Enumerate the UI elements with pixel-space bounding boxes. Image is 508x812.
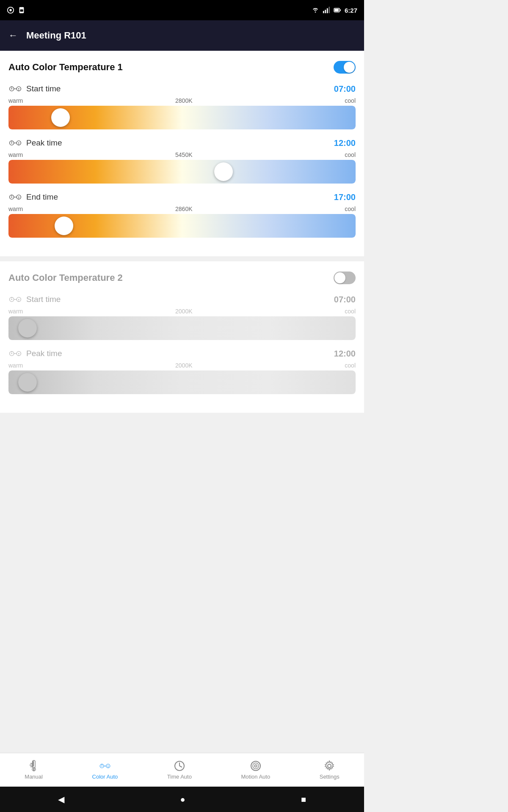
section2-start-warm: warm bbox=[8, 308, 23, 315]
section2-peak-time-row: Peak time 12:00 bbox=[8, 348, 356, 359]
start-time-value[interactable]: 07:00 bbox=[334, 84, 356, 94]
start-slider-thumb[interactable] bbox=[51, 108, 70, 127]
svg-point-34 bbox=[11, 299, 12, 300]
section-auto-color-2: Auto Color Temperature 2 Start time 07 bbox=[0, 261, 364, 413]
main-content: Auto Color Temperature 1 Start time bbox=[0, 51, 364, 812]
svg-rect-11 bbox=[340, 9, 341, 11]
section1-toggle[interactable] bbox=[334, 61, 356, 74]
start-time-row: Start time 07:00 bbox=[8, 84, 356, 94]
top-bar: ← Meeting R101 bbox=[0, 20, 364, 51]
section2-peak-track bbox=[8, 370, 356, 394]
section1-toggle-knob bbox=[344, 62, 355, 73]
section2-title: Auto Color Temperature 2 bbox=[8, 272, 123, 283]
android-home-button[interactable]: ● bbox=[180, 795, 185, 804]
start-warm-label: warm bbox=[8, 97, 23, 104]
signal-icon bbox=[323, 6, 330, 14]
section2-peak-thumb bbox=[18, 373, 37, 392]
nav-settings[interactable]: Settings bbox=[315, 757, 345, 783]
svg-point-67 bbox=[328, 764, 331, 768]
peak-time-slider[interactable] bbox=[8, 160, 356, 184]
nav-motion-auto[interactable]: Motion Auto bbox=[236, 757, 275, 783]
peak-kelvin-row: warm 5450K cool bbox=[8, 151, 356, 158]
end-time-label: End time bbox=[26, 192, 58, 202]
start-cool-label: cool bbox=[345, 97, 356, 104]
nav-color-auto-label: Color Auto bbox=[92, 774, 118, 780]
svg-point-66 bbox=[255, 765, 256, 766]
sim-card-icon bbox=[18, 6, 25, 14]
android-back-button[interactable]: ◀ bbox=[58, 794, 64, 804]
section2-peak-left: Peak time bbox=[8, 348, 62, 359]
svg-point-41 bbox=[11, 353, 12, 354]
peak-time-value[interactable]: 12:00 bbox=[334, 138, 356, 148]
settings-icon bbox=[323, 760, 335, 772]
section2-start-kelvin-row: warm 2000K cool bbox=[8, 308, 356, 315]
start-kelvin-value: 2800K bbox=[175, 97, 192, 104]
start-time-slider[interactable] bbox=[8, 106, 356, 129]
section2-peak-label: Peak time bbox=[26, 349, 62, 358]
section2-start-cool: cool bbox=[345, 308, 356, 315]
svg-point-54 bbox=[101, 765, 102, 766]
android-recent-button[interactable]: ■ bbox=[301, 795, 306, 804]
svg-point-13 bbox=[11, 88, 12, 90]
start-time-label: Start time bbox=[26, 84, 61, 93]
battery-icon bbox=[334, 6, 341, 14]
time-auto-icon bbox=[174, 760, 185, 772]
back-button[interactable]: ← bbox=[8, 30, 18, 41]
color-auto-icon bbox=[99, 760, 111, 772]
svg-line-62 bbox=[179, 766, 182, 767]
page-title: Meeting R101 bbox=[26, 30, 86, 41]
peak-slider-thumb[interactable] bbox=[214, 162, 233, 181]
nav-time-auto[interactable]: Time Auto bbox=[162, 757, 197, 783]
peak-time-label: Peak time bbox=[26, 138, 62, 148]
svg-rect-3 bbox=[20, 9, 23, 11]
section2-start-value: 07:00 bbox=[334, 295, 356, 304]
bottom-nav: Manual Color Auto Time Auto Mo bbox=[0, 753, 364, 787]
peak-time-left: Peak time bbox=[8, 138, 62, 148]
svg-point-27 bbox=[11, 197, 12, 198]
section2-start-track bbox=[8, 316, 356, 340]
section-auto-color-1: Auto Color Temperature 1 Start time bbox=[0, 51, 364, 256]
section2-start-thumb bbox=[18, 319, 37, 337]
peak-cool-label: cool bbox=[345, 151, 356, 158]
svg-point-43 bbox=[18, 353, 19, 354]
circle-dot-icon bbox=[7, 6, 14, 14]
manual-icon bbox=[28, 760, 40, 772]
nav-time-auto-label: Time Auto bbox=[167, 774, 192, 780]
end-time-icon bbox=[8, 192, 22, 202]
android-nav: ◀ ● ■ bbox=[0, 787, 364, 812]
nav-manual-label: Manual bbox=[25, 774, 43, 780]
section2-peak-slider bbox=[8, 370, 356, 394]
section2-start-slider bbox=[8, 316, 356, 340]
svg-point-36 bbox=[18, 299, 19, 300]
svg-point-20 bbox=[11, 143, 12, 144]
end-time-value[interactable]: 17:00 bbox=[334, 192, 356, 202]
svg-rect-8 bbox=[329, 7, 330, 13]
peak-warm-label: warm bbox=[8, 151, 23, 158]
svg-point-29 bbox=[18, 197, 19, 198]
end-kelvin-row: warm 2860K cool bbox=[8, 206, 356, 212]
end-slider-thumb[interactable] bbox=[55, 217, 73, 235]
end-time-row: End time 17:00 bbox=[8, 192, 356, 202]
nav-motion-auto-label: Motion Auto bbox=[241, 774, 270, 780]
section2-peak-value: 12:00 bbox=[334, 349, 356, 359]
start-time-icon bbox=[8, 84, 22, 94]
status-time: 6:27 bbox=[345, 7, 357, 14]
section2-peak-warm: warm bbox=[8, 362, 23, 369]
section2-peak-kelvin-row: warm 2000K cool bbox=[8, 362, 356, 369]
nav-manual[interactable]: Manual bbox=[19, 757, 48, 783]
svg-rect-6 bbox=[325, 10, 326, 13]
end-warm-label: warm bbox=[8, 206, 23, 212]
section2-start-time-left: Start time bbox=[8, 294, 61, 304]
peak-time-icon bbox=[8, 138, 22, 148]
section2-toggle[interactable] bbox=[334, 272, 356, 284]
svg-rect-5 bbox=[323, 11, 324, 13]
section2-start-icon bbox=[8, 294, 22, 304]
peak-kelvin-value: 5450K bbox=[175, 151, 192, 158]
nav-color-auto[interactable]: Color Auto bbox=[87, 757, 123, 783]
status-bar: 6:27 bbox=[0, 0, 364, 20]
end-time-slider[interactable] bbox=[8, 214, 356, 238]
section2-start-label: Start time bbox=[26, 295, 61, 304]
section2-start-kelvin: 2000K bbox=[175, 308, 192, 315]
section2-peak-kelvin: 2000K bbox=[175, 362, 192, 369]
nav-settings-label: Settings bbox=[320, 774, 340, 780]
